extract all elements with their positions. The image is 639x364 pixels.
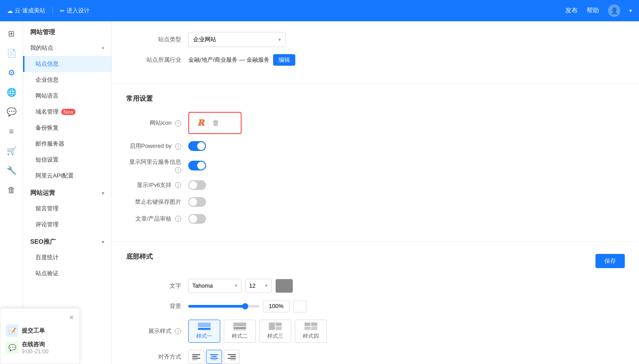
icon-label: 网站icon i: [126, 119, 188, 127]
station-type-section: 站点类型 企业网站 ▾ 站点所属行业 金融/地产/商业服务 — 金融服务 编辑: [112, 21, 639, 84]
bottom-style-section: 底部样式 保存 文字 Tahoma ▾ 12 ▾: [112, 242, 639, 364]
sidebar-item-mail-server[interactable]: 邮件服务器: [23, 136, 111, 152]
bg-slider[interactable]: [188, 305, 259, 308]
display-option-2[interactable]: 样式二: [224, 320, 256, 343]
sidebar-item-domain[interactable]: 域名管理 New: [23, 104, 111, 120]
align-center[interactable]: [206, 350, 222, 364]
sidebar-item-messages[interactable]: 留言管理: [23, 201, 111, 217]
sidebar-item-aliyun-api[interactable]: 阿里云API配置: [23, 168, 111, 184]
website-icon-row: 网站icon i ℝ 🗑: [126, 112, 625, 134]
help-button[interactable]: 帮助: [587, 7, 599, 15]
icon-chat[interactable]: 💬: [3, 103, 20, 121]
publish-button[interactable]: 发布: [565, 7, 578, 15]
right-click-toggle[interactable]: [188, 197, 206, 207]
right-click-row: 禁止右键保存图片: [126, 197, 625, 207]
font-color-picker[interactable]: [275, 279, 293, 293]
station-type-row: 站点类型 企业网站 ▾: [126, 32, 625, 47]
svg-rect-5: [234, 327, 246, 329]
display-style-label: 展示样式 i: [126, 327, 188, 335]
ticket-icon: 📝: [6, 324, 18, 337]
panel-item-online[interactable]: 💬 在线咨询 9:00–21:00: [6, 340, 74, 355]
powered-by-row: 启用Powered by i: [126, 141, 625, 151]
icon-info-icon[interactable]: i: [175, 120, 181, 127]
display-option-3[interactable]: 样式三: [259, 320, 291, 343]
sidebar-item-website-lang[interactable]: 网站语言: [23, 88, 111, 104]
panel-close-button[interactable]: ✕: [69, 314, 74, 321]
powered-by-info-icon[interactable]: i: [175, 143, 181, 150]
svg-rect-20: [210, 354, 218, 355]
ops-chevron-icon: ▾: [102, 190, 104, 196]
sidebar-item-company-info[interactable]: 企业信息: [23, 72, 111, 88]
design-button[interactable]: ✏ 进入设计: [52, 7, 90, 15]
font-size-select[interactable]: 12 ▾: [245, 279, 272, 293]
sidebar-section-website-management: 网站管理: [23, 28, 111, 40]
aliyun-info-icon[interactable]: i: [175, 167, 181, 173]
font-select[interactable]: Tahoma ▾: [188, 279, 242, 293]
sidebar-item-station-info[interactable]: 站点信息: [23, 56, 111, 72]
align-options: [188, 350, 240, 364]
icon-globe[interactable]: 🌐: [3, 83, 20, 101]
align-right[interactable]: [224, 350, 240, 364]
sidebar-item-baidu-stats[interactable]: 百度统计: [23, 249, 111, 265]
bg-color-swatch[interactable]: [293, 300, 306, 313]
display-option-4[interactable]: 样式四: [295, 320, 327, 343]
svg-rect-27: [230, 360, 236, 360]
icon-settings-active[interactable]: ⚙: [3, 64, 20, 82]
sidebar-item-comments[interactable]: 评论管理: [23, 217, 111, 233]
icon-shop[interactable]: 🛒: [3, 142, 20, 160]
industry-edit-button[interactable]: 编辑: [273, 54, 295, 66]
svg-rect-26: [228, 358, 236, 359]
delete-icon-button[interactable]: 🗑: [212, 119, 219, 127]
svg-rect-19: [192, 360, 198, 360]
floating-panel: ✕ 📝 提交工单 💬 在线咨询 9:00–21:00: [0, 308, 80, 364]
display-icon-2: [233, 322, 247, 331]
align-row: 对齐方式: [126, 350, 625, 364]
icon-gear[interactable]: 🔧: [3, 162, 20, 179]
svg-rect-2: [198, 328, 210, 330]
icon-list[interactable]: ≡: [3, 123, 20, 140]
user-chevron-icon[interactable]: ▾: [629, 8, 632, 14]
station-type-select[interactable]: 企业网站 ▾: [188, 32, 286, 47]
display-info-icon[interactable]: i: [175, 328, 181, 334]
icon-upload-box[interactable]: ℝ 🗑: [188, 112, 242, 134]
text-label: 文字: [126, 282, 188, 290]
powered-by-toggle[interactable]: [188, 141, 206, 151]
icon-preview: ℝ: [193, 115, 209, 131]
ticket-label: 提交工单: [22, 327, 45, 335]
align-left[interactable]: [188, 350, 204, 364]
user-avatar[interactable]: 👤: [608, 4, 620, 17]
ipv6-row: 显示IPv6支持 i: [126, 180, 625, 190]
aliyun-info-label: 显示阿里云服务信息 i: [126, 158, 188, 173]
common-settings-section: 常用设置 网站icon i ℝ 🗑: [112, 84, 639, 242]
common-settings-title: 常用设置: [126, 95, 625, 103]
ipv6-info-icon[interactable]: i: [175, 182, 181, 188]
svg-rect-25: [230, 356, 236, 357]
aliyun-info-toggle[interactable]: [188, 161, 206, 170]
sidebar-section-ops: 网站运营 ▾: [23, 189, 111, 201]
display-option-1[interactable]: 样式一: [188, 320, 220, 343]
icon-home[interactable]: ⊞: [3, 25, 20, 43]
right-click-label: 禁止右键保存图片: [126, 198, 188, 206]
display-icon-1: [197, 322, 211, 331]
review-toggle[interactable]: [188, 214, 206, 224]
sidebar-item-backup[interactable]: 备份恢复: [23, 120, 111, 136]
sidebar-item-site-verify[interactable]: 站点验证: [23, 265, 111, 281]
save-button[interactable]: 保存: [595, 254, 625, 268]
sidebar-item-sms[interactable]: 短信设置: [23, 152, 111, 168]
icon-pages[interactable]: 📄: [3, 44, 20, 62]
icon-trash[interactable]: 🗑: [3, 181, 20, 199]
ipv6-toggle[interactable]: [188, 180, 206, 190]
online-icon: 💬: [6, 341, 18, 354]
my-sites-chevron-icon: ▾: [102, 45, 104, 51]
industry-value: 金融/地产/商业服务 — 金融服务: [188, 56, 270, 64]
review-info-icon[interactable]: i: [175, 216, 181, 222]
display-icon-3: [268, 322, 282, 331]
slider-thumb[interactable]: [242, 303, 248, 309]
svg-rect-1: [198, 323, 210, 327]
svg-rect-21: [211, 356, 217, 357]
logo: ☁ 云·速成美站: [7, 7, 45, 15]
bg-pct-input[interactable]: [263, 300, 290, 313]
panel-item-ticket[interactable]: 📝 提交工单: [6, 324, 74, 337]
online-hours: 9:00–21:00: [22, 348, 48, 355]
sidebar-item-mysites[interactable]: 我的站点 ▾: [23, 40, 111, 56]
